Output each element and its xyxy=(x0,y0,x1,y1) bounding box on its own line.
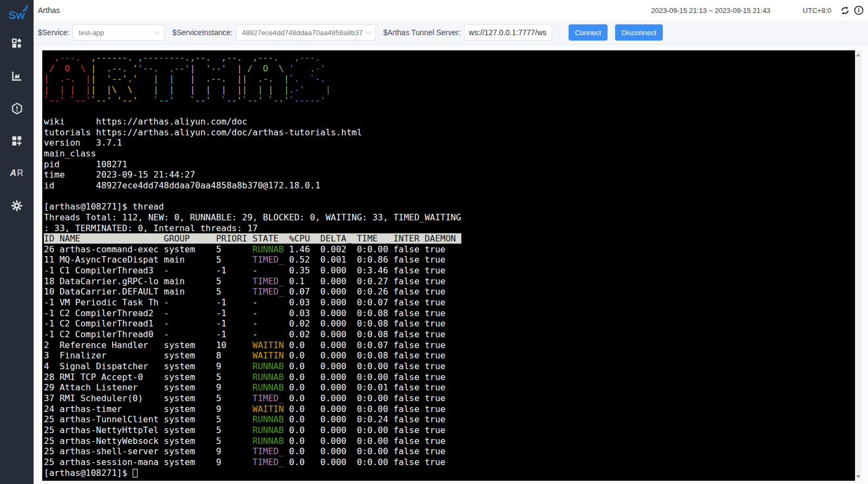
terminal-line: / O \ | .--. ''--. .--'| '--' | / O \ ' … xyxy=(44,63,855,74)
instance-select[interactable]: 48927ece4dd748ddaa70aa4858a8b370( xyxy=(236,24,376,41)
refresh-icon xyxy=(840,5,850,16)
timezone-label[interactable]: UTC+8:0 xyxy=(803,6,831,15)
sidebar-item-dashboard[interactable] xyxy=(0,32,34,54)
sidebar-item-widgets[interactable] xyxy=(0,130,34,152)
terminal[interactable]: ,---. ,------. ,--------.,--. ,--. ,---.… xyxy=(42,50,855,481)
terminal-line: 25 arthas-shell-server system 9 TIMED_ 0… xyxy=(44,446,855,457)
terminal-line: 3 Finalizer system 8 WAITIN 0.0 0.000 0:… xyxy=(44,350,855,361)
app-root: Sw xyxy=(0,0,868,484)
terminal-line: 10 DataCarrier.DEFAULT main 5 TIMED_ 0.0… xyxy=(44,286,855,297)
info-button[interactable] xyxy=(853,4,865,16)
settings-gear-icon xyxy=(11,200,23,212)
terminal-line: 11 MQ-AsyncTraceDispat main 5 TIMED_ 0.5… xyxy=(44,254,855,265)
sidebar-item-settings[interactable] xyxy=(0,195,34,217)
terminal-line: ,---. ,------. ,--------.,--. ,--. ,---.… xyxy=(44,53,855,63)
sidebar-item-arthas[interactable]: AR xyxy=(0,162,34,184)
chevron-down-icon xyxy=(365,29,371,35)
sidebar-nav: AR xyxy=(0,32,34,227)
alert-icon xyxy=(11,102,23,115)
top-bar: Arthas 2023-09-15 21:13 ~ 2023-09-15 21:… xyxy=(34,0,868,21)
terminal-line: main_class xyxy=(44,148,855,159)
toolbar: $Service: test-app $ServiceInstance: 489… xyxy=(34,21,868,45)
terminal-line: 4 Signal Dispatcher system 9 RUNNAB 0.0 … xyxy=(44,361,855,372)
triangle-down-icon xyxy=(856,475,860,478)
terminal-line: -1 C1 CompilerThread3 - -1 - 0.35 0.000 … xyxy=(44,265,855,276)
connect-button[interactable]: Connect xyxy=(569,24,608,41)
sidebar-item-metrics[interactable] xyxy=(0,65,34,87)
terminal-line: : 33, TERMINATED: 0, Internal threads: 1… xyxy=(44,223,855,234)
tunnel-server-label: $Arthas Tunnel Server: xyxy=(383,28,461,37)
dashboard-icon xyxy=(11,37,23,49)
terminal-line: ID NAME GROUP PRIORI STATE %CPU DELTA_ T… xyxy=(44,233,855,244)
terminal-line: 28 RMI TCP Accept-0 system 5 RUNNAB 0.0 … xyxy=(44,372,855,383)
terminal-line: [arthas@108271]$ thread xyxy=(44,201,855,212)
terminal-line: 24 arthas-timer system 9 WAITIN 0.0 0.00… xyxy=(44,404,855,415)
terminal-line: [arthas@108271]$ xyxy=(44,468,855,479)
instance-label: $ServiceInstance: xyxy=(172,28,232,37)
terminal-line: -1 C2 CompilerThread1 - -1 - 0.02 0.000 … xyxy=(44,318,855,329)
sidebar-item-alerting[interactable] xyxy=(0,97,34,119)
terminal-line: 26 arthas-command-exec system 5 RUNNAB 1… xyxy=(44,244,855,255)
terminal-line: pid 108271 xyxy=(44,159,855,170)
terminal-line: time 2023-09-15 21:44:27 xyxy=(44,169,855,180)
terminal-line: 29 Attach Listener system 9 RUNNAB 0.0 0… xyxy=(44,382,855,393)
terminal-line xyxy=(44,191,855,202)
terminal-line: Threads Total: 112, NEW: 0, RUNNABLE: 29… xyxy=(44,212,855,223)
terminal-line: 2 Reference Handler system 10 WAITIN 0.0… xyxy=(44,340,855,351)
terminal-line: 37 RMI Scheduler(0) system 5 TIMED_ 0.0 … xyxy=(44,393,855,404)
terminal-scrollbar[interactable] xyxy=(855,50,862,481)
main-content: ,---. ,------. ,--------.,--. ,--. ,---.… xyxy=(34,45,868,484)
terminal-line: tutorials https://arthas.aliyun.com/doc/… xyxy=(44,127,855,138)
terminal-line: | | | || |\ \ | | | | | || | | |.-' | xyxy=(44,84,855,95)
time-range[interactable]: 2023-09-15 21:13 ~ 2023-09-15 21:43 xyxy=(651,6,771,15)
terminal-line: 25 arthas-NettyHttpTel system 5 RUNNAB 0… xyxy=(44,425,855,436)
scroll-down-button[interactable] xyxy=(855,472,862,481)
refresh-button[interactable] xyxy=(839,4,851,16)
instance-value: 48927ece4dd748ddaa70aa4858a8b370( xyxy=(242,29,362,37)
page-title: Arthas xyxy=(34,6,60,15)
terminal-line: 18 DataCarrier.gRPC-lo main 5 TIMED_ 0.1… xyxy=(44,276,855,287)
sidebar: Sw xyxy=(0,0,34,484)
service-select[interactable]: test-app xyxy=(73,24,165,41)
disconnect-button[interactable]: Disconnect xyxy=(615,24,663,41)
logo-swoosh-icon xyxy=(22,5,29,11)
terminal-line: wiki https://arthas.aliyun.com/doc xyxy=(44,116,855,127)
tunnel-server-input[interactable] xyxy=(464,24,552,41)
topbar-right: 2023-09-15 21:13 ~ 2023-09-15 21:43 UTC+… xyxy=(651,0,865,21)
info-icon xyxy=(854,5,864,15)
arthas-icon: AR xyxy=(10,168,23,178)
chart-icon xyxy=(11,70,23,82)
terminal-line: `--' `--'`--' '--' `--' `--' `--'`--' `-… xyxy=(44,95,855,106)
terminal-line: | .-. || '--'.' | | | .--. || .-. |`. `-… xyxy=(44,74,855,84)
chevron-down-icon xyxy=(154,29,160,35)
terminal-cursor xyxy=(133,469,138,478)
terminal-line: -1 VM Periodic Task Th - -1 - 0.03 0.000… xyxy=(44,297,855,308)
terminal-line: version 3.7.1 xyxy=(44,138,855,148)
scroll-up-button[interactable] xyxy=(855,50,862,59)
terminal-line: -1 C2 CompilerThread2 - -1 - 0.03 0.000 … xyxy=(44,308,855,319)
widgets-icon xyxy=(11,135,23,147)
skywalking-logo[interactable]: Sw xyxy=(0,0,34,30)
terminal-line: id 48927ece4dd748ddaa70aa4858a8b370@172.… xyxy=(44,180,855,191)
triangle-up-icon xyxy=(856,54,860,56)
terminal-line: 25 arthas-TunnelClient system 5 RUNNAB 0… xyxy=(44,414,855,425)
terminal-line: 25 arthas-session-mana system 9 TIMED_ 0… xyxy=(44,457,855,468)
terminal-line: -1 C2 CompilerThread0 - -1 - 0.02 0.000 … xyxy=(44,329,855,340)
terminal-line: 25 arthas-NettyWebsock system 5 RUNNAB 0… xyxy=(44,436,855,447)
service-value: test-app xyxy=(79,29,104,37)
terminal-line xyxy=(44,106,855,116)
service-label: $Service: xyxy=(38,28,69,37)
